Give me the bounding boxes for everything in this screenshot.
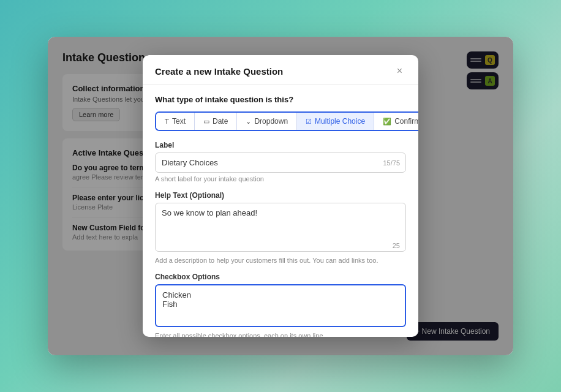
tab-multiple-choice[interactable]: ☑ Multiple Choice [296,113,374,130]
modal-overlay: Create a new Intake Question × What type… [48,37,513,355]
modal: Create a new Intake Question × What type… [143,55,418,337]
multiple-choice-tab-icon: ☑ [306,118,312,126]
label-input-wrapper: 15/75 [155,153,406,173]
help-text-wrapper: So we know to plan ahead! 25 [155,203,406,254]
tab-date[interactable]: ▭ Date [194,113,236,130]
modal-header: Create a new Intake Question × [143,55,418,85]
modal-title: Create a new Intake Question [155,66,283,77]
checkbox-options-textarea[interactable]: Chicken Fish [155,284,406,327]
checkbox-options-form-group: Checkbox Options Chicken Fish Enter all … [155,273,406,337]
modal-body: What type of intake question is this? 𝖳 … [143,85,418,337]
tab-date-label: Date [213,117,228,126]
tab-dropdown[interactable]: ⌄ Dropdown [236,113,296,130]
help-text-counter: 25 [393,242,400,249]
help-text-form-group: Help Text (Optional) So we know to plan … [155,191,406,264]
help-text-textarea[interactable]: So we know to plan ahead! [155,203,406,252]
tab-text-label: Text [172,117,186,126]
help-text-label: Help Text (Optional) [155,191,406,200]
label-input[interactable] [155,153,406,173]
modal-question: What type of intake question is this? [155,95,406,104]
label-counter: 15/75 [383,159,400,167]
app-background: Intake Questions Collect information fro… [48,37,513,355]
dropdown-tab-icon: ⌄ [246,118,251,126]
tab-text[interactable]: 𝖳 Text [156,113,194,130]
app-container: Intake Questions Collect information fro… [48,37,513,355]
tab-multiple-choice-label: Multiple Choice [315,117,365,126]
checkbox-options-hint: Enter all possible checkbox options, eac… [155,332,406,337]
tab-bar: 𝖳 Text ▭ Date ⌄ Dropdown ☑ [155,111,418,131]
tab-confirmation-checkbox[interactable]: ✅ Confirmation Checkbox [374,113,418,130]
help-text-hint: Add a description to help your customers… [155,257,406,264]
label-hint: A short label for your intake question [155,175,406,183]
modal-close-button[interactable]: × [393,65,406,77]
date-tab-icon: ▭ [203,118,209,126]
tab-dropdown-label: Dropdown [254,117,288,126]
tab-confirmation-label: Confirmation Checkbox [394,117,418,126]
label-form-group: Label 15/75 A short label for your intak… [155,141,406,183]
text-tab-icon: 𝖳 [165,118,169,126]
label-field-label: Label [155,141,406,149]
checkbox-options-label: Checkbox Options [155,273,406,281]
confirmation-tab-icon: ✅ [383,118,391,126]
